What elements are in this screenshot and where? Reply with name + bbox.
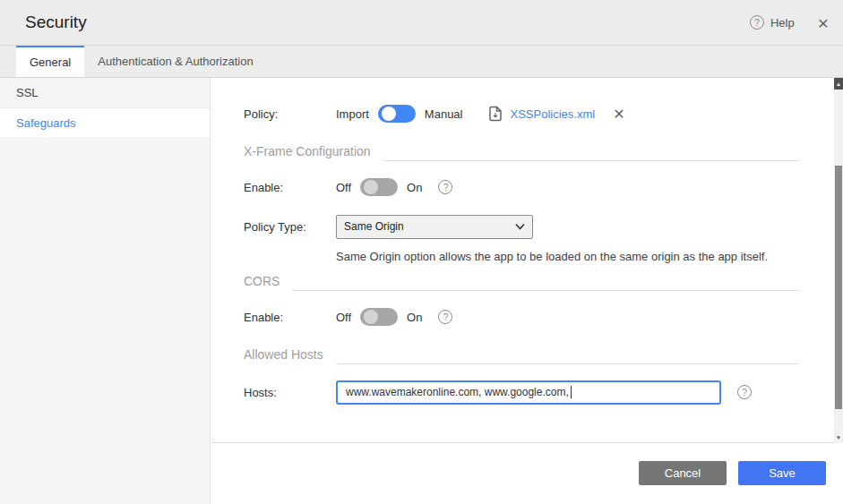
cors-off-label[interactable]: Off: [336, 311, 351, 324]
policy-label: Policy:: [244, 107, 336, 121]
cors-help-icon[interactable]: ?: [438, 310, 452, 324]
tab-general[interactable]: General: [16, 46, 84, 77]
xframe-heading-text: X-Frame Configuration: [244, 144, 371, 158]
xframe-on-label[interactable]: On: [407, 181, 422, 194]
scroll-down-icon[interactable]: ▼: [834, 431, 843, 443]
tab-authentication-authorization[interactable]: Authentication & Authorization: [84, 46, 266, 77]
toggle-knob: [364, 180, 378, 194]
policy-type-label: Policy Type:: [244, 220, 336, 234]
policy-type-value: Same Origin: [344, 220, 404, 233]
allowed-hosts-heading-text: Allowed Hosts: [244, 347, 323, 362]
page-title: Security: [25, 13, 87, 32]
settings-content: Policy: Import Manual XSSPolicies.xml: [211, 96, 834, 412]
toggle-knob: [382, 107, 396, 121]
text-cursor: [571, 386, 572, 398]
save-button[interactable]: Save: [738, 461, 826, 485]
cancel-button[interactable]: Cancel: [639, 461, 727, 485]
policy-type-select[interactable]: Same Origin: [336, 215, 533, 239]
sidebar-item-safeguards[interactable]: Safeguards: [0, 108, 210, 139]
xframe-section-heading: X-Frame Configuration: [244, 144, 798, 158]
help-link[interactable]: Help: [770, 16, 795, 30]
cors-enable-row: Enable: Off On ?: [244, 299, 798, 335]
xframe-off-label[interactable]: Off: [336, 181, 351, 194]
cors-enable-toggle[interactable]: [360, 308, 398, 326]
cors-on-label[interactable]: On: [407, 311, 422, 324]
sidebar: SSL Safeguards: [0, 78, 211, 504]
cors-enable-label: Enable:: [244, 311, 336, 324]
security-dialog: Security ? Help × General Authentication…: [0, 0, 843, 504]
policy-file-group: XSSPolicies.xml ✕: [487, 106, 624, 123]
hosts-input[interactable]: www.wavemakeronline.com, www.google.com,: [336, 380, 721, 405]
scroll-up-icon[interactable]: ▲: [834, 78, 843, 90]
header-actions: ? Help ×: [750, 13, 829, 32]
hosts-input-value: www.wavemakeronline.com, www.google.com,: [346, 386, 569, 398]
xframe-enable-label: Enable:: [244, 181, 336, 194]
file-document-icon: [487, 106, 503, 122]
xframe-help-icon[interactable]: ?: [438, 180, 452, 194]
dialog-footer: Cancel Save: [211, 443, 843, 504]
section-divider: [383, 160, 798, 161]
policy-import-manual-toggle[interactable]: [378, 105, 416, 123]
sidebar-item-ssl[interactable]: SSL: [0, 78, 210, 108]
cors-heading-text: CORS: [244, 274, 280, 288]
policy-import-label[interactable]: Import: [336, 107, 369, 121]
policy-type-row: Policy Type: Same Origin: [244, 207, 798, 246]
section-divider: [292, 290, 798, 291]
hosts-row: Hosts: www.wavemakeronline.com, www.goog…: [244, 372, 798, 412]
toggle-knob: [364, 310, 378, 324]
dialog-header: Security ? Help ×: [0, 0, 843, 46]
cors-section-heading: CORS: [244, 274, 798, 288]
vertical-scrollbar[interactable]: ▲ ▼: [834, 78, 843, 443]
hosts-label: Hosts:: [244, 386, 336, 399]
xframe-enable-toggle[interactable]: [360, 178, 398, 196]
section-divider: [336, 363, 798, 364]
hosts-help-icon[interactable]: ?: [737, 385, 752, 399]
scrollbar-thumb[interactable]: [835, 166, 842, 409]
help-icon[interactable]: ?: [750, 15, 764, 30]
close-icon[interactable]: ×: [818, 13, 829, 32]
allowed-hosts-section-heading: Allowed Hosts: [244, 347, 798, 362]
xss-policy-row: Policy: Import Manual XSSPolicies.xml: [244, 96, 798, 132]
policy-manual-label[interactable]: Manual: [425, 107, 463, 121]
chevron-down-icon: [515, 223, 525, 230]
settings-panel: Policy: Import Manual XSSPolicies.xml: [211, 78, 834, 443]
policy-file-link[interactable]: XSSPolicies.xml: [510, 107, 595, 121]
xframe-enable-row: Enable: Off On ?: [244, 169, 798, 205]
remove-file-icon[interactable]: ✕: [613, 106, 624, 123]
tab-bar: General Authentication & Authorization: [0, 46, 843, 78]
policy-type-helper-text: Same Origin option allows the app to be …: [336, 250, 798, 263]
